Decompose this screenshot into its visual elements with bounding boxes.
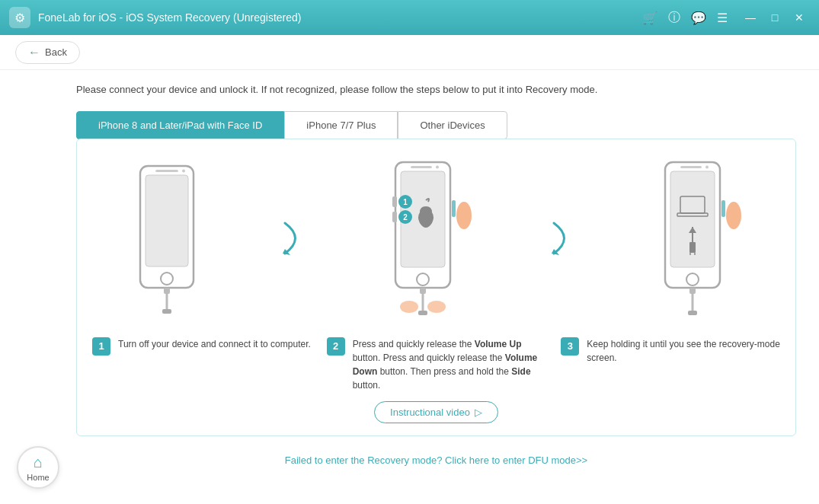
menu-icon[interactable]: ☰ xyxy=(717,11,728,25)
maximize-button[interactable]: □ xyxy=(764,7,785,28)
back-button-label: Back xyxy=(45,46,67,58)
video-button-label: Instructional video xyxy=(390,407,470,418)
instruction-text: Please connect your device and unlock it… xyxy=(76,82,796,97)
svg-rect-3 xyxy=(155,170,178,172)
footer-link-row: Failed to enter the Recovery mode? Click… xyxy=(76,447,796,473)
phone-step2-illustration: 1 2 xyxy=(379,155,478,322)
svg-rect-30 xyxy=(670,171,715,267)
chat-icon[interactable]: 💬 xyxy=(691,11,706,25)
svg-point-12 xyxy=(417,273,429,285)
svg-text:2: 2 xyxy=(404,213,408,222)
svg-point-9 xyxy=(456,202,472,229)
svg-rect-21 xyxy=(452,200,456,217)
cart-icon[interactable]: 🛒 xyxy=(642,11,657,25)
svg-point-25 xyxy=(400,301,418,313)
steps-container: 1 2 xyxy=(76,139,796,436)
phone-step3-illustration xyxy=(648,155,747,322)
svg-rect-35 xyxy=(689,242,696,253)
home-button[interactable]: ⌂ Home xyxy=(17,446,59,489)
app-icon-symbol: ⚙ xyxy=(14,11,25,25)
close-button[interactable]: ✕ xyxy=(789,7,810,28)
tab-iphone7[interactable]: iPhone 7/7 Plus xyxy=(284,111,398,139)
step-3-text: Keep holding it until you see the recove… xyxy=(587,337,780,365)
window-controls: — □ ✕ xyxy=(740,7,810,28)
svg-rect-39 xyxy=(680,166,702,168)
play-icon: ▷ xyxy=(475,407,482,418)
svg-point-14 xyxy=(436,165,439,168)
title-bar: ⚙ FoneLab for iOS - iOS System Recovery … xyxy=(0,0,819,35)
svg-point-28 xyxy=(726,202,741,229)
home-icon: ⌂ xyxy=(34,454,43,471)
svg-point-40 xyxy=(705,165,709,168)
svg-rect-7 xyxy=(162,309,171,314)
step-1-item: 1 Turn off your device and connect it to… xyxy=(92,337,312,392)
dfu-mode-link[interactable]: Failed to enter the Recovery mode? Click… xyxy=(285,455,587,466)
step-2-number: 2 xyxy=(327,337,345,356)
step-descriptions: 1 Turn off your device and connect it to… xyxy=(92,337,780,392)
tab-other-idevices[interactable]: Other iDevices xyxy=(398,111,507,139)
svg-rect-13 xyxy=(411,166,432,168)
arrow1 xyxy=(275,215,313,261)
back-button[interactable]: ← Back xyxy=(15,41,80,64)
svg-rect-5 xyxy=(164,288,170,294)
step-1-number: 1 xyxy=(92,337,110,356)
titlebar-icon-group: 🛒 ⓘ 💬 ☰ xyxy=(642,10,728,26)
svg-rect-15 xyxy=(392,196,397,207)
svg-rect-24 xyxy=(418,311,427,315)
app-icon: ⚙ xyxy=(9,7,30,28)
svg-rect-42 xyxy=(689,288,696,294)
help-icon[interactable]: ⓘ xyxy=(668,10,680,26)
illustrations: 1 2 xyxy=(92,155,780,322)
main-area: ← Back Please connect your device and un… xyxy=(0,35,819,504)
tab-group: iPhone 8 and Later/iPad with Face ID iPh… xyxy=(76,111,796,139)
tab-iphone8-later[interactable]: iPhone 8 and Later/iPad with Face ID xyxy=(76,111,284,139)
svg-text:1: 1 xyxy=(404,198,408,206)
step-1-text: Turn off your device and connect it to c… xyxy=(118,337,311,351)
svg-rect-41 xyxy=(721,200,725,217)
svg-rect-16 xyxy=(392,212,397,222)
svg-point-38 xyxy=(686,273,699,285)
step-3-number: 3 xyxy=(561,337,579,356)
step-2-text: Press and quickly release the Volume Up … xyxy=(353,337,546,392)
app-title: FoneLab for iOS - iOS System Recovery (U… xyxy=(38,11,642,24)
svg-point-4 xyxy=(182,169,185,172)
arrow2 xyxy=(544,215,582,261)
svg-rect-22 xyxy=(420,288,426,294)
svg-rect-1 xyxy=(146,175,188,266)
instructional-video-button[interactable]: Instructional video ▷ xyxy=(374,401,498,423)
svg-point-2 xyxy=(161,273,173,285)
back-arrow-icon: ← xyxy=(28,46,40,59)
home-label: Home xyxy=(27,473,49,482)
phone-step1-illustration xyxy=(125,158,209,318)
video-button-row: Instructional video ▷ xyxy=(92,401,780,423)
step-3-item: 3 Keep holding it until you see the reco… xyxy=(561,337,780,392)
step-2-item: 2 Press and quickly release the Volume U… xyxy=(327,337,546,392)
minimize-button[interactable]: — xyxy=(740,7,761,28)
svg-rect-44 xyxy=(688,311,697,315)
svg-point-26 xyxy=(427,301,446,313)
